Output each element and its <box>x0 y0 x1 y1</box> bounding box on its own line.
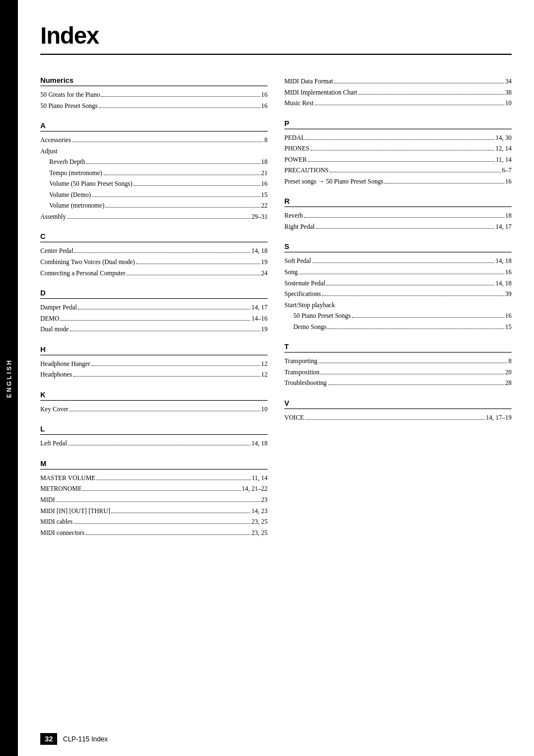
section-rule <box>40 242 268 242</box>
entry-dots <box>322 295 504 296</box>
list-item: Accessories8 <box>40 135 268 146</box>
section-rule <box>284 206 512 207</box>
section-rule <box>40 86 268 86</box>
entry-dots <box>318 363 507 363</box>
list-item: Reverb18 <box>284 210 512 222</box>
entry-page: 28 <box>505 378 512 389</box>
section-header-v: V <box>284 399 512 407</box>
list-item: MIDI cables23, 25 <box>40 516 268 528</box>
entry-dots <box>101 96 260 97</box>
entry-page: 21 <box>261 168 268 179</box>
entry-dots <box>306 139 494 140</box>
list-item: Volume (Demo)15 <box>40 190 268 201</box>
list-item: MIDI Data Format34 <box>284 76 512 87</box>
entry-label: PHONES <box>284 143 310 154</box>
entry-label: Key Cover <box>40 404 68 415</box>
entry-page: 15 <box>505 322 512 333</box>
entry-dots <box>327 328 504 329</box>
entry-dots <box>104 175 260 175</box>
entry-label: VOICE <box>284 412 304 424</box>
page-number: 32 <box>40 733 57 745</box>
list-item: Transporting8 <box>284 356 512 367</box>
title-divider <box>40 54 512 55</box>
entry-dots <box>105 207 260 208</box>
section-rule <box>284 408 512 409</box>
entry-dots <box>304 217 504 218</box>
entry-page: 38 <box>505 87 512 98</box>
footer: 32 CLP-115 Index <box>40 733 512 745</box>
entry-page: 12 <box>261 359 268 370</box>
entry-label: PEDAL <box>284 133 305 144</box>
list-item: MASTER VOLUME11, 14 <box>40 473 268 484</box>
entry-dots <box>60 320 250 321</box>
list-item: Song16 <box>284 267 512 278</box>
entry-label: Assembly <box>40 212 66 223</box>
entry-dots <box>72 142 263 142</box>
list-item: 50 Piano Preset Songs16 <box>284 311 512 322</box>
section-rule <box>284 352 512 353</box>
list-item: PEDAL14, 30 <box>284 133 512 144</box>
entry-page: 14, 17–19 <box>486 412 512 424</box>
section-rule <box>40 131 268 132</box>
entry-page: 10 <box>505 98 512 109</box>
entry-label: Transporting <box>284 356 317 367</box>
entry-page: 14, 17 <box>495 222 512 233</box>
entry-page: 18 <box>261 157 268 168</box>
footer-text: CLP-115 Index <box>63 735 107 743</box>
section-rule <box>40 355 268 355</box>
entry-page: 15 <box>261 190 268 201</box>
entry-page: 20 <box>505 367 512 378</box>
entry-dots <box>86 534 250 535</box>
entry-label: MIDI Implementation Chart <box>284 87 357 98</box>
entry-dots <box>70 331 260 331</box>
list-item: PRECAUTIONS6–7 <box>284 165 512 176</box>
entry-dots <box>68 445 251 445</box>
entry-label: Adjust <box>40 146 58 157</box>
entry-page: 14, 30 <box>495 133 512 144</box>
entry-dots <box>312 262 495 263</box>
entry-dots <box>330 172 501 172</box>
list-item: Headphones12 <box>40 369 268 381</box>
page: ENGLISH Index Numerics50 Greats for the … <box>0 0 534 756</box>
list-item: Dual mode19 <box>40 324 268 335</box>
entry-label: Dual mode <box>40 324 69 335</box>
entry-label: Demo Songs <box>293 322 326 333</box>
entry-dots <box>308 161 494 162</box>
list-item: MIDI Implementation Chart38 <box>284 87 512 98</box>
entry-page: 29–31 <box>251 212 268 223</box>
entry-label: Transposition <box>284 367 320 378</box>
list-item: Sostenute Pedal14, 18 <box>284 278 512 289</box>
entry-dots <box>358 94 504 95</box>
list-item: Combining Two Voices (Dual mode)19 <box>40 257 268 268</box>
entry-label: Preset songs → 50 Piano Preset Songs <box>284 176 383 187</box>
entry-dots <box>91 365 260 366</box>
entry-label: Headphones <box>40 369 72 381</box>
entry-page: 22 <box>261 200 268 212</box>
list-item: Assembly29–31 <box>40 212 268 223</box>
entry-page: 14, 18 <box>495 256 512 267</box>
entry-label: 50 Greats for the Piano <box>40 90 100 101</box>
section-header-c: C <box>40 232 268 241</box>
entry-label: 50 Piano Preset Songs <box>293 311 351 322</box>
entry-label: MIDI Data Format <box>284 76 333 87</box>
entry-label: POWER <box>284 154 307 166</box>
entry-label: MIDI cables <box>40 516 73 528</box>
entry-page: 8 <box>264 135 268 146</box>
section-rule <box>284 129 512 129</box>
list-item: 50 Greats for the Piano16 <box>40 90 268 101</box>
list-item: Left Pedal14, 18 <box>40 438 268 449</box>
entry-dots <box>86 163 260 164</box>
entry-page: 10 <box>261 404 268 415</box>
entry-page: 14, 18 <box>251 246 268 257</box>
section-header-a: A <box>40 121 268 130</box>
entry-page: 23, 25 <box>251 516 268 528</box>
entry-dots <box>385 183 504 184</box>
entry-page: 19 <box>261 324 268 335</box>
entry-page: 6–7 <box>502 165 512 176</box>
section-header-p: P <box>284 119 512 128</box>
entry-label: Reverb Depth <box>49 157 85 168</box>
entry-dots <box>334 83 504 83</box>
list-item: Tempo (metronome)21 <box>40 168 268 179</box>
list-item: METRONOME14, 21–22 <box>40 483 268 495</box>
page-title: Index <box>40 22 512 49</box>
